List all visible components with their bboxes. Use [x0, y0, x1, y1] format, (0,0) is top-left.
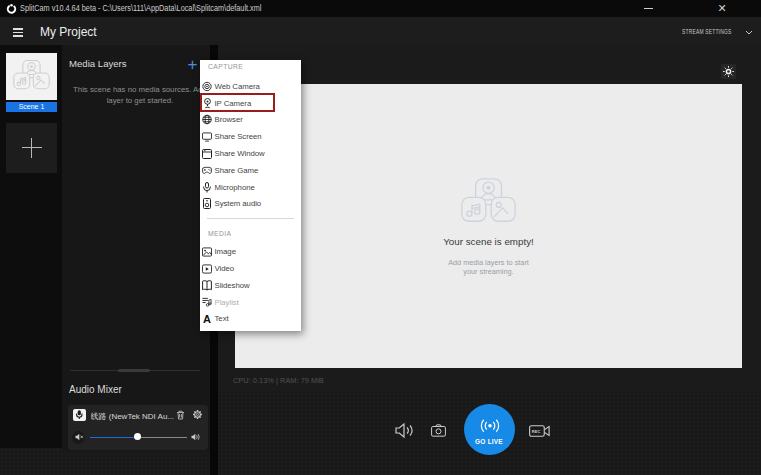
svg-text:REC: REC	[532, 429, 541, 434]
